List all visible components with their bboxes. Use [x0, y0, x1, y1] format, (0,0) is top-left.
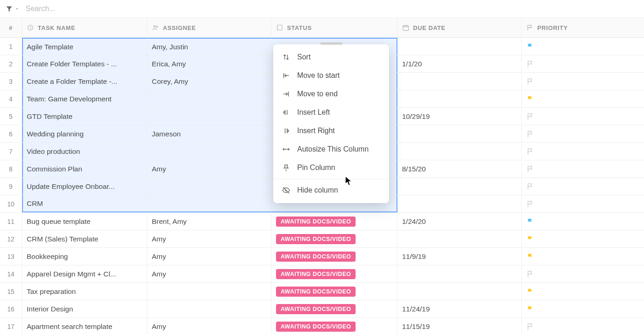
- due-date-cell[interactable]: 8/15/20: [397, 160, 522, 177]
- due-date-cell[interactable]: 10/29/19: [397, 108, 522, 125]
- task-name-cell[interactable]: Wedding planning: [22, 125, 147, 142]
- table-row[interactable]: 14Apparel Design Mgmt + Cl...AmyAWAITING…: [0, 265, 644, 283]
- table-row[interactable]: 15Tax preparationAWAITING DOCS/VIDEO: [0, 283, 644, 300]
- drag-handle[interactable]: [320, 42, 342, 45]
- column-header-number[interactable]: #: [0, 18, 22, 37]
- task-name-cell[interactable]: Video production: [22, 143, 147, 160]
- due-date-cell[interactable]: [397, 73, 522, 90]
- column-header-task[interactable]: TASK NAME: [22, 18, 147, 37]
- priority-cell[interactable]: [522, 90, 644, 107]
- task-name-cell[interactable]: Team: Game Development: [22, 90, 147, 107]
- assignee-cell[interactable]: Amy, Justin: [147, 38, 271, 55]
- priority-cell[interactable]: [522, 160, 644, 177]
- assignee-cell[interactable]: Brent, Amy: [147, 213, 271, 230]
- menu-item-autosize[interactable]: Autosize This Column: [273, 140, 389, 158]
- task-name-cell[interactable]: Bookkeeping: [22, 248, 147, 265]
- priority-cell[interactable]: [522, 283, 644, 300]
- due-date-cell[interactable]: 1/24/20: [397, 213, 522, 230]
- priority-cell[interactable]: [522, 230, 644, 247]
- column-header-due-date[interactable]: DUE DATE: [397, 18, 522, 37]
- assignee-cell[interactable]: [147, 108, 271, 125]
- column-header-status[interactable]: STATUS: [271, 18, 397, 37]
- assignee-cell[interactable]: [147, 195, 271, 212]
- assignee-cell[interactable]: Amy: [147, 318, 271, 334]
- table-row[interactable]: 11Bug queue templateBrent, AmyAWAITING D…: [0, 213, 644, 230]
- task-name-cell[interactable]: Create Folder Templates - ...: [22, 55, 147, 72]
- task-name-cell[interactable]: Interior Design: [22, 300, 147, 317]
- status-cell[interactable]: AWAITING DOCS/VIDEO: [271, 230, 397, 247]
- task-name-cell[interactable]: Create a Folder Template -...: [22, 73, 147, 90]
- task-name-cell[interactable]: Apparel Design Mgmt + Cl...: [22, 265, 147, 282]
- priority-cell[interactable]: [522, 143, 644, 160]
- task-name-cell[interactable]: Tax preparation: [22, 283, 147, 300]
- task-name-cell[interactable]: CRM (Sales) Template: [22, 230, 147, 247]
- table-row[interactable]: 17Apartment search templateAmyAWAITING D…: [0, 318, 644, 334]
- assignee-cell[interactable]: [147, 283, 271, 300]
- priority-cell[interactable]: [522, 265, 644, 282]
- task-name-cell[interactable]: Bug queue template: [22, 213, 147, 230]
- task-name-cell[interactable]: GTD Template: [22, 108, 147, 125]
- assignee-cell[interactable]: [147, 300, 271, 317]
- filter-button[interactable]: [6, 5, 19, 12]
- menu-label: Pin Column: [297, 164, 335, 172]
- assignee-cell[interactable]: Corey, Amy: [147, 73, 271, 90]
- priority-cell[interactable]: [522, 125, 644, 142]
- menu-item-move-end[interactable]: Move to end: [273, 85, 389, 103]
- status-cell[interactable]: AWAITING DOCS/VIDEO: [271, 283, 397, 300]
- priority-cell[interactable]: [522, 73, 644, 90]
- assignee-cell[interactable]: [147, 90, 271, 107]
- table-row[interactable]: 16Interior DesignAWAITING DOCS/VIDEO11/2…: [0, 300, 644, 318]
- table-row[interactable]: 13BookkeepingAmyAWAITING DOCS/VIDEO11/9/…: [0, 248, 644, 265]
- column-header-priority[interactable]: PRIORITY: [522, 18, 644, 37]
- priority-cell[interactable]: [522, 248, 644, 265]
- menu-item-pin[interactable]: Pin Column: [273, 158, 389, 177]
- assignee-cell[interactable]: Amy: [147, 230, 271, 247]
- priority-cell[interactable]: [522, 300, 644, 317]
- due-date-cell[interactable]: [397, 125, 522, 142]
- priority-cell[interactable]: [522, 318, 644, 334]
- status-cell[interactable]: AWAITING DOCS/VIDEO: [271, 213, 397, 230]
- due-date-cell[interactable]: 11/9/19: [397, 248, 522, 265]
- due-date-cell[interactable]: [397, 90, 522, 107]
- search-input[interactable]: [24, 3, 638, 15]
- task-name-cell[interactable]: Update Employee Onboar...: [22, 178, 147, 195]
- due-date-cell[interactable]: [397, 178, 522, 195]
- status-cell[interactable]: AWAITING DOCS/VIDEO: [271, 300, 397, 317]
- assignee-cell[interactable]: Amy: [147, 160, 271, 177]
- column-header-assignee[interactable]: ASSIGNEE: [147, 18, 271, 37]
- due-date-cell[interactable]: 1/1/20: [397, 55, 522, 72]
- priority-cell[interactable]: [522, 38, 644, 55]
- due-date-cell[interactable]: [397, 265, 522, 282]
- due-date-cell[interactable]: [397, 38, 522, 55]
- due-date-cell[interactable]: [397, 195, 522, 212]
- due-date-cell[interactable]: [397, 230, 522, 247]
- menu-item-insert-left[interactable]: Insert Left: [273, 103, 389, 122]
- assignee-cell[interactable]: [147, 143, 271, 160]
- assignee-cell[interactable]: Amy: [147, 265, 271, 282]
- priority-cell[interactable]: [522, 55, 644, 72]
- task-name-cell[interactable]: Agile Template: [22, 38, 147, 55]
- priority-cell[interactable]: [522, 195, 644, 212]
- assignee-cell[interactable]: Jameson: [147, 125, 271, 142]
- table-row[interactable]: 12CRM (Sales) TemplateAmyAWAITING DOCS/V…: [0, 230, 644, 248]
- status-cell[interactable]: AWAITING DOCS/VIDEO: [271, 265, 397, 282]
- priority-cell[interactable]: [522, 178, 644, 195]
- task-name-cell[interactable]: Commission Plan: [22, 160, 147, 177]
- assignee-cell[interactable]: Amy: [147, 248, 271, 265]
- menu-item-hide[interactable]: Hide column: [273, 181, 389, 199]
- task-name-cell[interactable]: Apartment search template: [22, 318, 147, 334]
- menu-item-insert-right[interactable]: Insert Right: [273, 122, 389, 140]
- priority-cell[interactable]: [522, 108, 644, 125]
- status-cell[interactable]: AWAITING DOCS/VIDEO: [271, 318, 397, 334]
- assignee-cell[interactable]: Erica, Amy: [147, 55, 271, 72]
- task-name-cell[interactable]: CRM: [22, 195, 147, 212]
- due-date-cell[interactable]: [397, 283, 522, 300]
- status-cell[interactable]: AWAITING DOCS/VIDEO: [271, 248, 397, 265]
- menu-item-sort[interactable]: Sort: [273, 48, 389, 66]
- due-date-cell[interactable]: 11/15/19: [397, 318, 522, 334]
- due-date-cell[interactable]: 11/24/19: [397, 300, 522, 317]
- menu-item-move-start[interactable]: Move to start: [273, 66, 389, 85]
- due-date-cell[interactable]: [397, 143, 522, 160]
- priority-cell[interactable]: [522, 213, 644, 230]
- assignee-cell[interactable]: [147, 178, 271, 195]
